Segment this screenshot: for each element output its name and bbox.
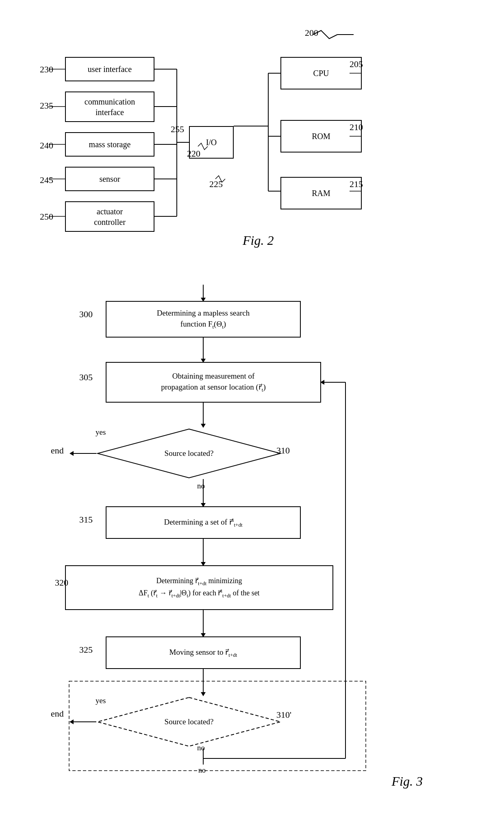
- ref-255: 255: [171, 124, 184, 135]
- fig3-label: Fig. 3: [392, 774, 423, 789]
- ci-box: communicationinterface: [65, 92, 154, 122]
- ref-310: 310: [276, 445, 290, 456]
- flow-box-1: Determining a mapless searchfunction Ft(…: [106, 301, 301, 338]
- ref-240: 240: [40, 140, 53, 151]
- sensor-box: sensor: [65, 167, 154, 191]
- fig2-section: 200 user interface communicationinterfac…: [16, 16, 488, 252]
- page: 200 user interface communicationinterfac…: [0, 0, 504, 817]
- ref-220: 220: [187, 148, 200, 159]
- ref-245: 245: [40, 175, 53, 185]
- svg-marker-40: [70, 719, 74, 724]
- ref-210: 210: [350, 122, 363, 133]
- end-label-2: end: [51, 708, 64, 719]
- diamond-1: Source located?: [96, 427, 282, 480]
- ms-box: mass storage: [65, 132, 154, 157]
- ref-320: 320: [55, 577, 68, 588]
- flow-box-2: Obtaining measurement ofpropagation at s…: [106, 362, 321, 403]
- ac-box: actuatorcontroller: [65, 201, 154, 232]
- ref-200: 200: [305, 28, 318, 38]
- ref-225: 225: [209, 179, 223, 190]
- ref-205: 205: [350, 59, 363, 70]
- ref-310p: 310': [276, 710, 291, 720]
- ref-305: 305: [79, 372, 93, 383]
- end-label-1: end: [51, 445, 64, 456]
- ref-300: 300: [79, 309, 93, 320]
- ref-250: 250: [40, 211, 53, 222]
- yes-label-2: yes: [96, 696, 106, 705]
- fig3-section: Determining a mapless searchfunction Ft(…: [16, 277, 488, 797]
- flow-box-5: Determining r⃗t+dt minimizing ΔFt (r⃗t →…: [65, 565, 333, 610]
- flow-box-4: Determining a set of r⃗it+dt: [106, 506, 301, 539]
- diamond-2: Source located?: [96, 695, 282, 748]
- ref-215: 215: [350, 179, 363, 190]
- ref-325: 325: [79, 645, 93, 655]
- flow-box-6: Moving sensor to r⃗t+dt: [106, 636, 301, 669]
- ref-235: 235: [40, 100, 53, 111]
- no-label-1: no: [197, 481, 205, 490]
- yes-label-1: yes: [96, 428, 106, 437]
- fig2-label: Fig. 2: [243, 233, 274, 248]
- svg-marker-30: [70, 451, 74, 456]
- ui-box: user interface: [65, 57, 154, 81]
- ref-230: 230: [40, 64, 53, 75]
- svg-text:no: no: [198, 766, 206, 774]
- ref-315: 315: [79, 514, 93, 525]
- no-label-2: no: [197, 743, 205, 752]
